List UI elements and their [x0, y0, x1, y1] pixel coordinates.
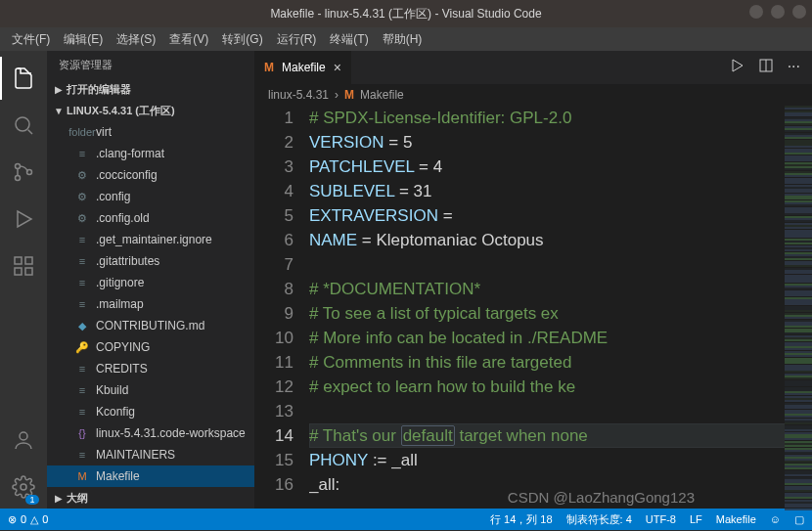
file-name: linux-5.4.31.code-workspace — [96, 426, 246, 440]
activity-debug[interactable] — [0, 198, 47, 241]
status-encoding[interactable]: UTF-8 — [646, 513, 676, 525]
svg-rect-6 — [25, 268, 32, 275]
activity-account[interactable] — [0, 419, 47, 462]
file-item[interactable]: ≡.clang-format — [47, 143, 254, 164]
activity-settings[interactable]: 1 — [0, 465, 47, 509]
svg-rect-5 — [15, 268, 22, 275]
makefile-icon: M — [344, 88, 354, 102]
activity-scm[interactable] — [0, 151, 47, 194]
window-controls — [749, 5, 806, 19]
file-item[interactable]: ≡.mailmap — [47, 293, 254, 315]
file-item[interactable]: ◆CONTRIBUTING.md — [47, 315, 254, 336]
editor-actions: ··· — [729, 58, 812, 77]
status-eol[interactable]: LF — [690, 513, 702, 525]
explorer-title: 资源管理器 — [47, 51, 254, 78]
file-name: virt — [96, 125, 112, 139]
svg-point-1 — [16, 164, 21, 169]
menu-terminal[interactable]: 终端(T) — [324, 29, 374, 50]
svg-point-0 — [16, 117, 29, 131]
activity-bar: 1 — [0, 51, 47, 509]
activity-explorer[interactable] — [0, 57, 47, 100]
file-name: Makefile — [96, 469, 140, 483]
file-item[interactable]: ≡Kconfig — [47, 401, 254, 422]
run-icon[interactable] — [729, 58, 744, 77]
file-icon: ⚙ — [74, 189, 90, 204]
status-cursor[interactable]: 行 14，列 18 — [490, 512, 553, 527]
tab-label: Makefile — [282, 61, 326, 74]
file-name: .get_maintainer.ignore — [96, 233, 212, 246]
menu-file[interactable]: 文件(F) — [6, 29, 56, 50]
svg-point-8 — [20, 432, 27, 440]
status-tabsize[interactable]: 制表符长度: 4 — [566, 512, 632, 527]
file-icon: ◆ — [74, 318, 90, 333]
file-item[interactable]: 🔑COPYING — [47, 336, 254, 358]
split-icon[interactable] — [758, 58, 774, 77]
file-name: .gitignore — [96, 276, 144, 289]
file-icon: ≡ — [74, 382, 90, 398]
breadcrumb-folder[interactable]: linux-5.4.31 — [268, 88, 329, 102]
svg-point-2 — [16, 176, 21, 181]
outline-section[interactable]: ▶大纲 — [47, 487, 254, 509]
file-item[interactable]: foldervirt — [47, 121, 254, 143]
breadcrumb-file[interactable]: Makefile — [360, 88, 404, 102]
file-name: .config.old — [96, 211, 150, 225]
file-icon: ≡ — [74, 296, 90, 312]
svg-rect-7 — [25, 257, 32, 264]
file-item[interactable]: ⚙.config.old — [47, 207, 254, 229]
menu-help[interactable]: 帮助(H) — [377, 29, 429, 50]
activity-search[interactable] — [0, 104, 47, 147]
file-name: .mailmap — [96, 297, 144, 311]
settings-badge: 1 — [25, 495, 39, 505]
file-name: .clang-format — [96, 147, 164, 160]
file-name: COPYING — [96, 340, 150, 354]
file-item[interactable]: ≡CREDITS — [47, 358, 254, 379]
file-icon: 🔑 — [74, 339, 90, 355]
line-gutter: 12345678910111213141516 — [254, 106, 309, 509]
close-icon[interactable]: × — [334, 60, 341, 75]
error-icon: ⊗ — [8, 513, 17, 526]
statusbar: ⊗0 △0 行 14，列 18 制表符长度: 4 UTF-8 LF Makefi… — [0, 509, 812, 530]
open-editors-section[interactable]: ▶打开的编辑器 — [47, 78, 254, 100]
file-item[interactable]: ≡.get_maintainer.ignore — [47, 229, 254, 250]
chevron-down-icon: ▼ — [51, 106, 67, 116]
file-name: CREDITS — [96, 362, 148, 376]
menu-select[interactable]: 选择(S) — [111, 29, 161, 50]
file-icon: ≡ — [74, 232, 90, 247]
file-name: Kconfig — [96, 405, 135, 419]
minimize-button[interactable] — [749, 5, 763, 19]
file-icon: M — [74, 468, 90, 484]
status-notifications[interactable]: ▢ — [794, 513, 804, 526]
tab-makefile[interactable]: M Makefile × — [254, 51, 352, 84]
chevron-right-icon: › — [335, 88, 338, 102]
titlebar: Makefile - linux-5.4.31 (工作区) - Visual S… — [0, 0, 812, 27]
status-problems[interactable]: ⊗0 △0 — [8, 513, 48, 526]
code-content[interactable]: # SPDX-License-Identifier: GPL-2.0VERSIO… — [309, 106, 812, 509]
file-name: MAINTAINERS — [96, 448, 175, 462]
file-item[interactable]: ≡.gitattributes — [47, 250, 254, 272]
breadcrumbs[interactable]: linux-5.4.31 › M Makefile — [254, 84, 812, 106]
menu-go[interactable]: 转到(G) — [216, 29, 268, 50]
status-lang[interactable]: Makefile — [716, 513, 756, 525]
file-item[interactable]: ⚙.cocciconfig — [47, 164, 254, 186]
close-button[interactable] — [792, 5, 806, 19]
file-item[interactable]: ≡MAINTAINERS — [47, 444, 254, 465]
menu-edit[interactable]: 编辑(E) — [58, 29, 109, 50]
file-item[interactable]: ≡.gitignore — [47, 272, 254, 293]
file-item[interactable]: {}linux-5.4.31.code-workspace — [47, 422, 254, 444]
editor-group: M Makefile × ··· linux-5.4.31 › M Makefi… — [254, 51, 812, 509]
menu-run[interactable]: 运行(R) — [271, 29, 323, 50]
status-feedback[interactable]: ☺ — [770, 513, 781, 525]
more-icon[interactable]: ··· — [788, 58, 800, 77]
maximize-button[interactable] — [771, 5, 785, 19]
menu-view[interactable]: 查看(V) — [163, 29, 214, 50]
file-item[interactable]: ⚙.config — [47, 186, 254, 207]
folder-section[interactable]: ▼LINUX-5.4.31 (工作区) — [47, 100, 254, 121]
file-icon: ≡ — [74, 447, 90, 463]
file-icon: ≡ — [74, 361, 90, 376]
minimap[interactable] — [785, 106, 812, 509]
code-area[interactable]: 12345678910111213141516 # SPDX-License-I… — [254, 106, 812, 509]
file-item[interactable]: ≡Kbuild — [47, 379, 254, 401]
activity-extensions[interactable] — [0, 244, 47, 288]
file-icon: ≡ — [74, 275, 90, 290]
file-item[interactable]: MMakefile — [47, 465, 254, 487]
